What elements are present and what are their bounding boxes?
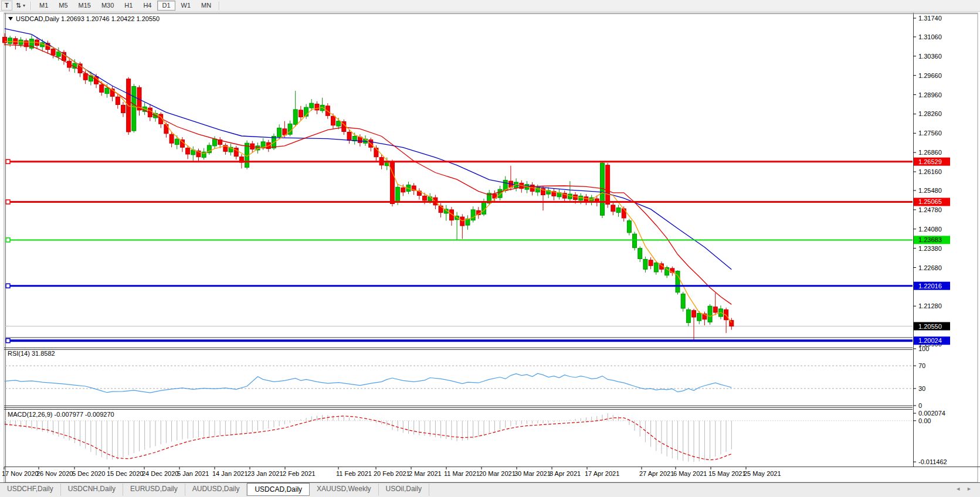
price-tick: 1.27560 <box>918 130 942 137</box>
date-tick: 26 Nov 2020 <box>36 470 73 477</box>
tab-usoil-daily[interactable]: USOil,Daily <box>379 484 429 496</box>
price-label: 1.26529 <box>918 158 942 165</box>
price-label: 1.22016 <box>918 282 942 290</box>
chart-tab-bar: USDCHF,DailyUSDCNH,DailyEURUSD,DailyAUDU… <box>0 482 980 497</box>
date-tick: 15 May 2021 <box>708 470 746 477</box>
price-tick: 1.26860 <box>918 149 942 156</box>
rsi-tick: 0 <box>918 402 922 409</box>
macd-tick: 0.002074 <box>918 410 945 417</box>
tab-usdcnh-daily[interactable]: USDCNH,Daily <box>61 484 123 496</box>
price-tick: 1.28960 <box>918 91 942 98</box>
timeframe-button-m15[interactable]: M15 <box>74 1 96 11</box>
timeframe-button-h4[interactable]: H4 <box>138 1 156 11</box>
date-tick: 2 Mar 2021 <box>409 470 442 477</box>
price-label: 1.20550 <box>918 323 942 330</box>
date-tick: 25 May 2021 <box>744 470 781 477</box>
tab-audusd-daily[interactable]: AUDUSD,Daily <box>185 484 247 496</box>
timeframe-button-w1[interactable]: W1 <box>177 1 196 11</box>
date-tick: 2 Feb 2021 <box>283 470 316 477</box>
price-tick: 1.31740 <box>918 15 942 22</box>
date-tick: 14 Jan 2021 <box>212 470 248 477</box>
timeframe-button-mn[interactable]: MN <box>196 1 216 11</box>
price-label: 1.23683 <box>918 236 942 243</box>
date-tick: 20 Feb 2021 <box>374 470 410 477</box>
chevron-down-icon: ▾ <box>23 2 25 9</box>
date-tick: 24 Dec 2020 <box>142 470 178 477</box>
timeframe-button-h1[interactable]: H1 <box>120 1 137 11</box>
top-toolbar: T ⇅ ▾ M1M5M15M30H1H4D1W1MN <box>0 0 980 12</box>
date-tick: 27 Apr 2021 <box>639 470 674 477</box>
price-tick: 1.29660 <box>918 72 942 79</box>
price-tick: 1.21280 <box>918 302 942 309</box>
tabs-scroll-left-icon[interactable]: ◄ <box>955 486 967 492</box>
chart-frame <box>4 13 978 482</box>
price-label: 1.25065 <box>918 198 942 205</box>
price-tick: 1.24780 <box>918 206 942 213</box>
chart-window: 1.317401.310601.303601.296601.289601.282… <box>0 12 980 482</box>
arrange-charts-button[interactable]: ⇅ ▾ <box>13 1 28 11</box>
timeframe-button-m1[interactable]: M1 <box>35 1 53 11</box>
rsi-tick: 100 <box>918 345 929 352</box>
price-tick: 1.23380 <box>918 245 942 252</box>
tab-usdchf-daily[interactable]: USDCHF,Daily <box>0 484 61 496</box>
tabs-scroll-right-icon[interactable]: ► <box>967 486 978 492</box>
price-tick: 1.31060 <box>918 33 942 40</box>
price-tick: 1.30360 <box>918 53 942 60</box>
tab-eurusd-daily[interactable]: EURUSD,Daily <box>123 484 185 496</box>
rsi-tick: 70 <box>918 362 925 369</box>
date-tick: 5 Dec 2020 <box>72 470 105 477</box>
date-tick: 8 Apr 2021 <box>550 470 581 477</box>
arrange-icon: ⇅ <box>16 2 21 9</box>
date-tick: 30 Mar 2021 <box>514 470 551 477</box>
macd-tick: 0.00 <box>918 417 931 424</box>
macd-tick: -0.011462 <box>918 458 947 465</box>
price-tick: 1.25480 <box>918 187 942 194</box>
chart-canvas[interactable]: 1.317401.310601.303601.296601.289601.282… <box>0 12 980 482</box>
timeframe-button-m5[interactable]: M5 <box>54 1 72 11</box>
date-tick: 5 Jan 2021 <box>177 470 209 477</box>
rsi-label: RSI(14) 31.8582 <box>8 350 55 357</box>
date-tick: 17 Nov 2020 <box>2 470 38 477</box>
text-tool-button[interactable]: T <box>1 1 12 11</box>
macd-label: MACD(12,26,9) -0.007977 -0.009270 <box>8 411 114 418</box>
timeframe-button-d1[interactable]: D1 <box>157 1 175 11</box>
rsi-tick: 30 <box>918 385 925 392</box>
tab-usdcad-daily[interactable]: USDCAD,Daily <box>247 483 310 496</box>
date-tick: 11 Mar 2021 <box>444 470 480 477</box>
date-tick: 20 Mar 2021 <box>479 470 516 477</box>
date-tick: 17 Apr 2021 <box>585 470 619 477</box>
tab-xauusd-weekly[interactable]: XAUUSD,Weekly <box>310 484 378 496</box>
date-tick: 15 Dec 2020 <box>107 470 143 477</box>
toolbar-separator <box>30 2 32 10</box>
price-tick: 1.26160 <box>918 168 942 175</box>
chart-ohlc-title: USDCAD,Daily 1.20693 1.20746 1.20422 1.2… <box>16 15 160 22</box>
price-tick: 1.22680 <box>918 264 942 271</box>
date-tick: 23 Jan 2021 <box>247 470 283 477</box>
toolbar-separator <box>219 2 220 10</box>
date-tick: 6 May 2021 <box>673 470 707 477</box>
timeframe-button-m30[interactable]: M30 <box>97 1 118 11</box>
price-label: 1.20024 <box>918 337 942 344</box>
price-tick: 1.24080 <box>918 226 942 233</box>
price-tick: 1.28260 <box>918 110 942 117</box>
date-tick: 11 Feb 2021 <box>336 470 372 477</box>
